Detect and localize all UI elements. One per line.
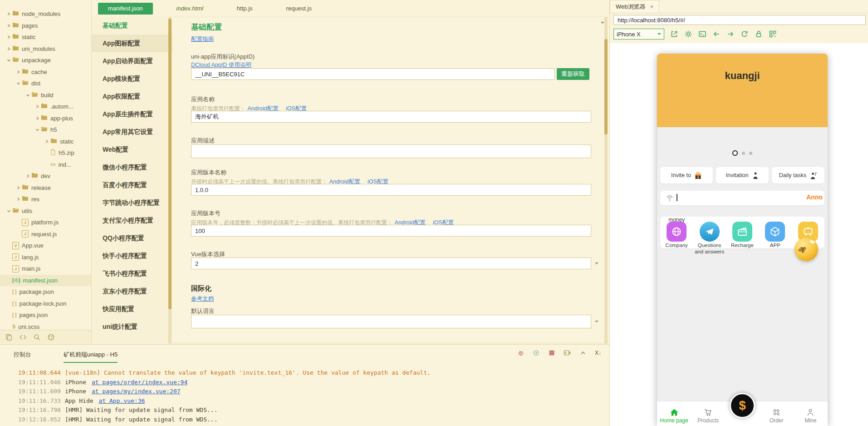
refresh-icon[interactable] (740, 30, 749, 38)
tree-item[interactable]: VApp.vue (0, 240, 91, 252)
editor-tab[interactable]: manifest.json (98, 3, 153, 15)
chevron-down-icon[interactable] (5, 209, 12, 213)
config-section[interactable]: App常用其它设置 (92, 123, 172, 141)
chevron-right-icon[interactable] (5, 12, 12, 16)
config-section[interactable]: Web配置 (92, 141, 172, 159)
editor-tab[interactable]: index.html (167, 3, 213, 15)
tree-item[interactable]: .autom... (0, 101, 91, 113)
tree-item[interactable]: app-plus (0, 113, 91, 124)
lock-icon[interactable] (755, 30, 763, 38)
config-section[interactable]: 快应用配置 (92, 300, 172, 318)
config-section[interactable]: App原生插件配置 (92, 105, 172, 123)
chevron-right-icon[interactable] (5, 24, 12, 28)
qrcode-icon[interactable] (769, 30, 777, 38)
device-select[interactable]: iPhone X (613, 29, 664, 40)
files-icon[interactable] (5, 334, 12, 341)
tree-item[interactable]: h5 (0, 124, 91, 136)
close-icon[interactable]: × (650, 3, 654, 10)
forward-icon[interactable] (726, 30, 735, 38)
code-icon[interactable] (20, 334, 26, 341)
config-section[interactable]: 快手小程序配置 (92, 247, 172, 265)
palette-icon[interactable] (48, 334, 54, 341)
default-lang-select[interactable] (191, 315, 591, 328)
tree-item[interactable]: <>ind... (0, 159, 91, 171)
config-section[interactable]: 支付宝小程序配置 (92, 212, 172, 229)
appid-input[interactable] (191, 68, 555, 80)
config-section[interactable]: App权限配置 (92, 88, 172, 105)
config-section[interactable]: 飞书小程序配置 (92, 265, 172, 282)
config-section[interactable]: App模块配置 (92, 70, 172, 88)
grid-item[interactable]: Questions and answers (693, 217, 726, 248)
config-section[interactable]: uni统计配置 (92, 318, 172, 336)
new-terminal-icon[interactable] (564, 349, 571, 357)
tabbar-item[interactable]: Home page (657, 401, 691, 426)
url-input[interactable] (613, 15, 866, 25)
announcement-bar[interactable]: Anno (660, 191, 824, 205)
config-section[interactable]: QQ小程序配置 (92, 229, 172, 247)
app-desc-input[interactable] (191, 144, 591, 158)
config-section[interactable]: 京东小程序配置 (92, 282, 172, 300)
quick-card[interactable]: Invitation (716, 167, 769, 183)
console-tab[interactable]: 矿机前端uniapp - H5 (64, 351, 118, 363)
version-code-input[interactable] (191, 225, 591, 237)
terminal-icon[interactable] (698, 30, 706, 38)
console-log-link[interactable]: at pages/order/index.vue:94 (92, 379, 187, 386)
tree-item[interactable]: [ ]package-lock.json (0, 298, 91, 310)
nav-scrollbar-thumb[interactable] (168, 19, 172, 309)
chevron-right-icon[interactable] (25, 174, 31, 178)
chevron-down-icon[interactable] (34, 128, 41, 132)
carousel-dot[interactable] (732, 150, 738, 156)
quick-card[interactable]: Daily tasks (772, 167, 824, 183)
config-section[interactable]: 字节跳动小程序配置 (92, 194, 172, 212)
tree-item[interactable]: Jplatform.js (0, 217, 91, 228)
config-section[interactable]: 微信小程序配置 (92, 159, 172, 176)
clear-icon[interactable]: X↓ (595, 350, 601, 356)
tree-item[interactable]: [ ]pages.json (0, 309, 91, 321)
chevron-right-icon[interactable] (15, 186, 22, 190)
chevron-right-icon[interactable] (15, 70, 22, 74)
editor-tab[interactable]: request.js (276, 3, 322, 15)
chevron-right-icon[interactable] (44, 139, 50, 144)
back-icon[interactable] (712, 30, 721, 38)
chevron-right-icon[interactable] (5, 35, 12, 39)
tree-item[interactable]: uni_modules (0, 43, 91, 55)
version-name-input[interactable] (191, 184, 591, 196)
config-section[interactable]: 基础配置 (92, 17, 172, 35)
tree-item[interactable]: dist (0, 78, 91, 89)
tree-item[interactable]: h5.zip (0, 147, 91, 159)
editor-tab[interactable]: http.js (227, 3, 263, 15)
tabbar-item[interactable]: Mine (794, 401, 828, 426)
console-log-link[interactable]: at App.vue:36 (99, 397, 145, 404)
stop-icon[interactable] (548, 349, 555, 357)
tree-item[interactable]: build (0, 89, 91, 101)
tree-item[interactable]: Jlang.js (0, 252, 91, 263)
vue-version-select[interactable] (191, 258, 591, 269)
console-log-link[interactable]: at pages/my/index.vue:207 (92, 388, 181, 395)
config-section[interactable]: 百度小程序配置 (92, 176, 172, 194)
tree-item[interactable]: utils (0, 205, 91, 217)
chevron-right-icon[interactable] (5, 47, 12, 51)
tree-item[interactable]: static (0, 136, 91, 148)
collapse-icon[interactable] (579, 349, 587, 357)
tree-item[interactable]: cache (0, 66, 91, 78)
tree-item[interactable]: static (0, 31, 91, 43)
debug-icon[interactable] (517, 349, 525, 357)
tree-item[interactable]: Jrequest.js (0, 228, 91, 240)
grid-item[interactable]: APP (759, 217, 791, 248)
grid-item[interactable]: Recharge (726, 217, 759, 248)
regenerate-appid-button[interactable]: 重新获取 (557, 68, 589, 80)
tabbar-item[interactable]: Products (691, 401, 725, 426)
quick-card[interactable]: Invite to (660, 167, 713, 183)
dollar-button[interactable]: $ (730, 393, 755, 418)
chevron-down-icon[interactable] (15, 81, 22, 85)
tree-item[interactable]: pages (0, 20, 91, 32)
chevron-down-icon[interactable] (25, 93, 31, 97)
carousel-dot[interactable] (742, 152, 745, 155)
chevron-right-icon[interactable] (34, 104, 41, 109)
tree-item[interactable]: unpackage (0, 54, 91, 66)
browser-tab[interactable]: Web浏览器 × (610, 0, 659, 13)
coin-floating-button[interactable]: ¥ (794, 238, 818, 261)
tree-item[interactable]: res (0, 193, 91, 205)
guide-link[interactable]: 配置指南 (191, 35, 214, 43)
tree-item[interactable]: node_modules (0, 8, 91, 20)
